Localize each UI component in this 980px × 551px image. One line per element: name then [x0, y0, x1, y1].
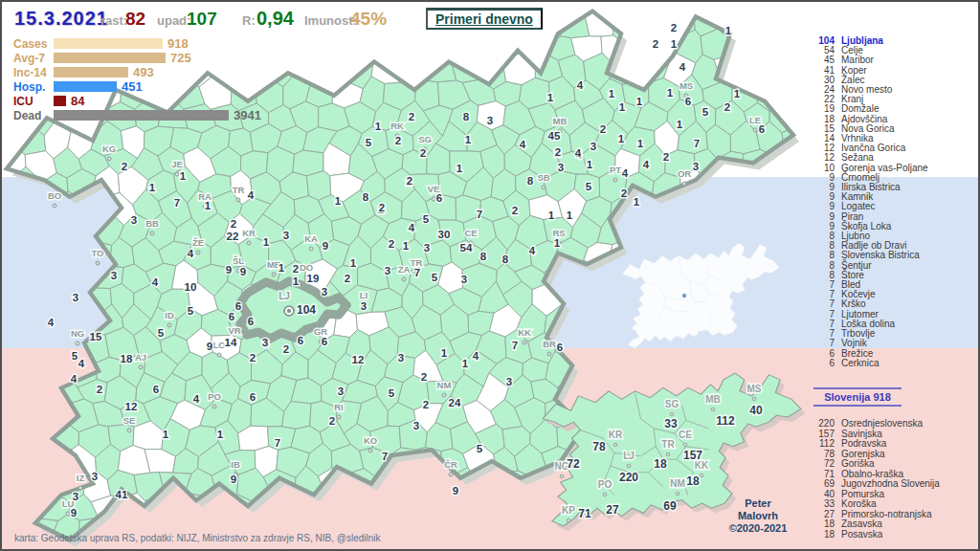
municipality-cell [934, 375, 960, 409]
covid-slovenia-dashboard: { "header": { "date": "15.3.2021", "rast… [0, 0, 980, 551]
municipality-code-label: DO [300, 262, 313, 273]
municipality-cell [5, 329, 31, 359]
municipality-cell [628, 2, 655, 15]
municipality-cell [2, 2, 13, 18]
municipality-case-count: 7 [382, 451, 388, 462]
municipality-case-count: 6 [557, 342, 563, 353]
municipality-case-count: 5 [477, 443, 483, 454]
municipality-cell [772, 57, 800, 88]
municipality-cell [66, 219, 94, 244]
municipality-cell [481, 516, 509, 542]
municipality-case-count: 7 [174, 197, 180, 209]
municipality-case-count: 1 [293, 276, 300, 287]
municipality-cell [892, 541, 917, 551]
daily-cases-button[interactable]: Primeri dnevno [426, 8, 543, 30]
municipality-case-count: 2 [250, 352, 256, 364]
municipality-case-count: 2 [600, 123, 606, 135]
municipality-case-count: 4 [193, 393, 200, 405]
municipality-case-count: 1 [554, 237, 561, 249]
region-case-count: 71 [578, 507, 591, 520]
municipality-case-count: 2 [379, 202, 385, 213]
municipality-cell [410, 489, 442, 523]
municipality-cell [5, 287, 28, 318]
municipality-case-count: 4 [409, 222, 415, 233]
municipality-case-count: 9 [207, 341, 212, 352]
municipality-case-count: 4 [152, 276, 159, 288]
list-item: 69Jugovzhodna Slovenija [808, 479, 978, 490]
place-name: Cerknica [841, 359, 879, 368]
region-marker [567, 518, 570, 522]
municipality-cell [2, 426, 31, 453]
date-display: 15.3.2021 [14, 8, 108, 30]
region-code-label: TR [661, 439, 675, 450]
region-code-label: CE [679, 430, 692, 440]
municipality-case-count: 1 [619, 101, 626, 113]
municipality-cell [26, 289, 58, 318]
municipality-cell [781, 2, 810, 20]
municipality-cell [651, 2, 678, 18]
bar-row: Inc-14493 [13, 66, 261, 78]
municipality-case-count: 5 [432, 272, 438, 283]
city-marker [236, 198, 240, 202]
municipality-case-count: 1 [205, 200, 212, 211]
municipality-case-count: 2 [293, 263, 299, 275]
list-item: 18Zasavska [808, 519, 978, 530]
city-marker [76, 342, 79, 345]
municipality-case-count: 3 [73, 292, 78, 303]
municipality-cell [2, 373, 30, 408]
city-marker [368, 449, 372, 452]
municipality-code-label: KO [364, 435, 377, 446]
municipality-cell [11, 404, 43, 428]
municipality-case-count: 41 [116, 489, 128, 500]
city-marker [167, 323, 171, 327]
region-marker [666, 452, 670, 456]
municipality-case-count: 2 [395, 135, 401, 146]
municipality-cell [490, 536, 522, 551]
municipality-cell [468, 33, 496, 61]
municipality-case-count: 1 [375, 121, 382, 132]
municipality-cell [940, 2, 972, 20]
municipality-cell [385, 2, 417, 17]
municipality-cell [2, 237, 29, 266]
region-code-label: LJ [623, 451, 635, 461]
city-marker [753, 128, 757, 132]
municipality-case-count: 1 [634, 196, 640, 208]
municipality-cell [742, 466, 770, 496]
municipality-case-count: 7 [477, 209, 482, 220]
municipality-cell [27, 468, 56, 496]
case-count: 33 [808, 499, 835, 510]
region-code-label: KR [609, 430, 623, 440]
municipality-cell [40, 304, 72, 337]
bar-label: Hosp. [13, 80, 54, 94]
municipality-case-count: 15 [90, 331, 102, 342]
municipality-case-count: 8 [502, 253, 509, 265]
municipality-cell [2, 266, 16, 296]
bar-row: Cases918 [13, 37, 261, 50]
municipality-case-count: 5 [702, 106, 709, 118]
municipality-cell [40, 219, 70, 246]
region-case-count: 69 [663, 499, 677, 513]
municipality-cell [675, 212, 708, 243]
list-item: 18Posavska [808, 530, 978, 540]
municipality-cell [635, 11, 663, 39]
municipality-case-count: 54 [460, 242, 473, 253]
municipality-cell [622, 33, 656, 59]
municipality-code-label: PO [208, 391, 221, 402]
municipality-code-label: KK [518, 327, 531, 338]
municipality-code-label: ŽE [192, 237, 204, 248]
municipality-case-count: 2 [345, 273, 350, 284]
region-code-label: KP [562, 505, 575, 516]
municipality-cell [601, 2, 629, 20]
municipality-case-count: 2 [409, 111, 414, 122]
city-marker [682, 182, 686, 186]
municipality-case-count: 1 [637, 138, 644, 149]
bar-label: ICU [13, 95, 54, 108]
city-marker [523, 341, 526, 344]
municipality-cell [957, 6, 980, 40]
imunost-label: Imunost: [304, 13, 357, 28]
municipality-case-count: 3 [111, 270, 117, 281]
region-marker [711, 408, 715, 411]
region-code-label: MB [705, 394, 721, 405]
municipality-case-count: 1 [548, 209, 555, 221]
municipality-cell [413, 538, 443, 551]
